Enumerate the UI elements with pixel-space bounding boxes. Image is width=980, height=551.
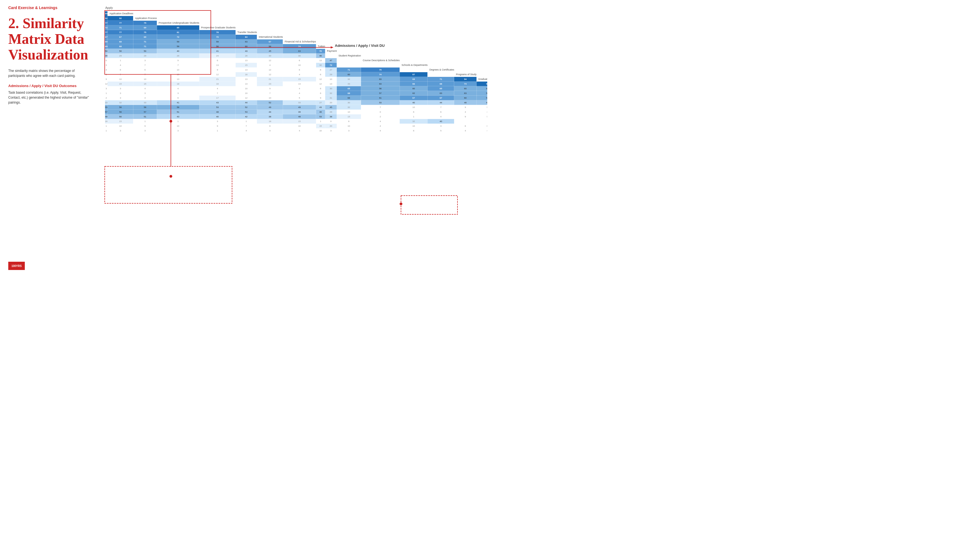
matrix-cell: 3 bbox=[428, 124, 454, 129]
matrix-cell: 72 bbox=[325, 63, 337, 68]
row-label: Prospective Undergraduate Students bbox=[157, 21, 199, 25]
matrix-cell: 4 bbox=[477, 129, 487, 133]
matrix-cell: 63 bbox=[361, 81, 400, 86]
matrix-cell: 68 bbox=[108, 44, 133, 49]
matrix-cell: 71 bbox=[428, 77, 454, 81]
matrix-cell: 6 bbox=[133, 68, 157, 72]
matrix-cell: 65 bbox=[337, 86, 361, 91]
matrix-cell: 31 bbox=[325, 95, 337, 100]
matrix-cell: 6 bbox=[157, 95, 199, 100]
matrix-cell: 2 bbox=[105, 95, 108, 100]
matrix-cell: 3 bbox=[157, 129, 199, 133]
matrix-cell: 12 bbox=[316, 77, 325, 81]
matrix-cell: 41 bbox=[199, 49, 235, 54]
row-label: Application Process bbox=[133, 16, 157, 21]
matrix-cell: 3 bbox=[108, 86, 133, 91]
matrix-cell: 63 bbox=[283, 49, 316, 54]
matrix-cell: 67 bbox=[105, 35, 108, 40]
matrix-cell bbox=[428, 72, 454, 77]
row-label: Student Registration bbox=[337, 54, 361, 58]
matrix-cell: 51 bbox=[133, 114, 157, 119]
matrix-cell: 12 bbox=[257, 58, 283, 63]
matrix-cell: 30 bbox=[337, 100, 361, 105]
matrix-cell: 63 bbox=[428, 91, 454, 95]
matrix-cell: 30 bbox=[283, 54, 316, 58]
matrix-cell: 15 bbox=[235, 63, 257, 68]
matrix-cell: 20 bbox=[325, 100, 337, 105]
row-label: Financial Aid & Scholarships bbox=[283, 40, 316, 44]
matrix-cell: 77 bbox=[108, 30, 133, 35]
matrix-cell: 18 bbox=[257, 119, 283, 124]
matrix-cell: 0 bbox=[325, 119, 337, 124]
matrix-cell: 56 bbox=[477, 95, 487, 100]
matrix-cell: 67 bbox=[257, 40, 283, 44]
matrix-cell: 23 bbox=[257, 81, 283, 86]
matrix-cell: 9 bbox=[199, 124, 235, 129]
matrix-cell: 57 bbox=[477, 91, 487, 95]
matrix-cell: 4 bbox=[454, 110, 477, 114]
matrix-cell: 9 bbox=[105, 77, 108, 81]
matrix-cell: 4 bbox=[283, 72, 316, 77]
matrix-cell: 15 bbox=[283, 119, 316, 124]
matrix-cell: 7 bbox=[199, 91, 235, 95]
matrix-cell: 13 bbox=[199, 63, 235, 68]
matrix-cell: 3 bbox=[133, 91, 157, 95]
matrix-cell: 4 bbox=[257, 63, 283, 68]
matrix-cell: 30 bbox=[325, 86, 337, 91]
row-label: Application Deadlines bbox=[108, 11, 133, 16]
svg-rect-2 bbox=[401, 195, 458, 214]
matrix-cell: 67 bbox=[108, 35, 133, 40]
matrix-cell: 36 bbox=[105, 54, 108, 58]
matrix-cell: 1 bbox=[105, 129, 108, 133]
matrix-cell: 13 bbox=[325, 81, 337, 86]
matrix-cell: 92 bbox=[105, 16, 108, 21]
matrix-cell: 12 bbox=[257, 72, 283, 77]
matrix-cell: 30 bbox=[257, 54, 283, 58]
matrix-cell: 38 bbox=[257, 114, 283, 119]
matrix-cell: 12 bbox=[199, 72, 235, 77]
matrix-cell: 47 bbox=[477, 100, 487, 105]
matrix-cell: 56 bbox=[157, 105, 199, 110]
matrix-cell: 4 bbox=[477, 110, 487, 114]
matrix-cell: 10 bbox=[337, 110, 361, 114]
matrix-cell: 32 bbox=[337, 105, 361, 110]
matrix-cell: 24 bbox=[199, 54, 235, 58]
matrix-cell: 13 bbox=[157, 77, 199, 81]
matrix-cell: 10 bbox=[325, 77, 337, 81]
matrix-cell: 74 bbox=[283, 44, 316, 49]
matrix-cell: 68 bbox=[428, 81, 454, 86]
matrix-cell: 60 bbox=[399, 86, 428, 91]
matrix-cell: 33 bbox=[105, 100, 108, 105]
matrix-cell: 16 bbox=[199, 81, 235, 86]
matrix-cell: 15 bbox=[133, 81, 157, 86]
matrix-cell: 4 bbox=[108, 63, 133, 68]
matrix-cell: 74 bbox=[454, 81, 477, 86]
row-label: Transfer Students bbox=[235, 30, 257, 35]
matrix-cell: 10 bbox=[399, 105, 428, 110]
matrix-cell: 50 bbox=[108, 49, 133, 54]
matrix-cell: 7 bbox=[133, 72, 157, 77]
matrix-cell: 6 bbox=[477, 124, 487, 129]
matrix-cell: 67 bbox=[428, 95, 454, 100]
matrix-cell: 33 bbox=[283, 100, 316, 105]
matrix-cell: 32 bbox=[108, 100, 133, 105]
similarity-matrix: 95Application Deadlines9292Application P… bbox=[105, 11, 487, 133]
matrix-cell: 9 bbox=[257, 86, 283, 91]
matrix-cell: 10 bbox=[108, 124, 133, 129]
matrix-cell: 4 bbox=[157, 86, 199, 91]
matrix-cell: 47 bbox=[325, 58, 337, 63]
matrix-cell bbox=[361, 63, 400, 68]
matrix-cell: 18 bbox=[157, 81, 199, 86]
matrix-cell: 1 bbox=[133, 119, 157, 124]
matrix-cell: 4 bbox=[361, 124, 400, 129]
matrix-cell: 69 bbox=[105, 44, 108, 49]
matrix-cell: 96 bbox=[477, 81, 487, 86]
matrix-cell: 51 bbox=[157, 110, 199, 114]
matrix-cell: 4 bbox=[235, 129, 257, 133]
matrix-cell: 10 bbox=[235, 86, 257, 91]
matrix-cell: 60 bbox=[454, 86, 477, 91]
matrix-cell: 60 bbox=[337, 72, 361, 77]
matrix-cell: 12 bbox=[257, 68, 283, 72]
row-label: Schools & Departments bbox=[399, 63, 428, 68]
matrix-cell: 3 bbox=[108, 91, 133, 95]
